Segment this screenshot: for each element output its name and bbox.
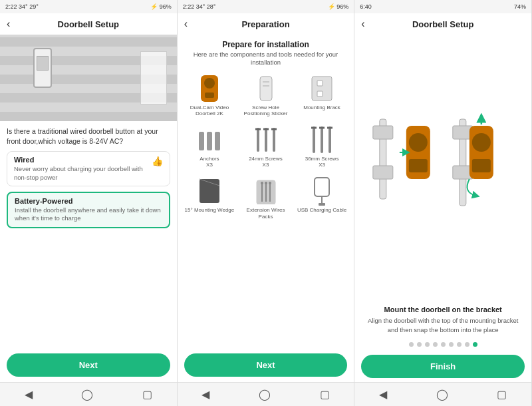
dot-9-active	[473, 342, 477, 347]
panel-preparation: 2:22 34° 28° ⚡ 96% ‹ Preparation Prepare…	[178, 0, 355, 406]
recents-nav-icon-1[interactable]: ▢	[142, 388, 152, 401]
item-ext-wires: Extension WiresPacks	[239, 174, 293, 222]
bracket-illustration	[0, 35, 177, 121]
doorbell-image	[0, 35, 177, 121]
item-wedge-label: 15° Mounting Wedge	[185, 207, 235, 214]
back-nav-icon-3[interactable]: ◀	[379, 388, 387, 401]
pagination-dots	[354, 338, 531, 351]
wedge-icon-box	[195, 176, 224, 206]
bottom-nav-1: ◀ ◯ ▢	[0, 382, 177, 406]
ext-wires-icon-box	[251, 176, 281, 206]
status-icons-3: 74%	[514, 3, 526, 10]
svg-rect-9	[199, 132, 204, 150]
white-panel-illustration	[140, 51, 167, 104]
item-sticker-label: Screw HolePositioning Sticker	[244, 104, 288, 117]
svg-rect-2	[205, 93, 214, 98]
dot-3	[425, 342, 430, 347]
next-button-1[interactable]: Next	[7, 353, 170, 377]
screws-36-icon	[309, 125, 335, 154]
svg-point-30	[261, 182, 263, 184]
home-nav-icon-3[interactable]: ◯	[436, 388, 448, 401]
page-title-2: Preparation	[241, 19, 289, 29]
dot-5	[441, 342, 446, 347]
bottom-nav-3: ◀ ◯ ▢	[354, 382, 531, 406]
question-text: Is there a traditional wired doorbell bu…	[0, 121, 177, 148]
svg-rect-3	[260, 77, 272, 101]
item-bracket: Mounting Brack	[295, 71, 349, 120]
recents-nav-icon-2[interactable]: ▢	[320, 388, 330, 401]
page-title-1: Doorbell Setup	[58, 19, 119, 29]
svg-rect-41	[409, 159, 428, 172]
finish-button[interactable]: Finish	[361, 355, 525, 378]
item-anchors-label: AnchorsX3	[200, 156, 219, 168]
wired-option-desc: Never worry about charging your doorbell…	[14, 165, 149, 182]
anchors-icon	[196, 126, 223, 153]
back-nav-icon-2[interactable]: ◀	[201, 388, 209, 401]
status-time-1: 2:22 34° 29°	[5, 3, 39, 10]
item-doorbell-label: Dual-Cam VideoDoorbell 2K	[190, 104, 229, 117]
home-nav-icon-2[interactable]: ◯	[259, 388, 271, 401]
svg-rect-7	[317, 81, 323, 86]
svg-point-32	[269, 182, 271, 184]
bracket-icon-box	[307, 74, 336, 103]
page-title-3: Doorbell Setup	[412, 19, 473, 29]
battery-option-text: Battery-Powered Install the doorbell any…	[15, 197, 162, 223]
back-button-1[interactable]: ‹	[7, 18, 10, 30]
svg-rect-11	[215, 132, 220, 150]
recents-nav-icon-3[interactable]: ▢	[497, 388, 507, 401]
back-button-3[interactable]: ‹	[361, 18, 364, 30]
nav-bar-2: ‹ Preparation	[178, 13, 354, 35]
svg-rect-38	[373, 166, 393, 179]
ext-wires-icon	[254, 178, 278, 204]
doorbell-icon	[200, 74, 219, 103]
item-bracket-label: Mounting Brack	[303, 104, 340, 111]
svg-point-40	[409, 133, 428, 152]
step-desc: Align the doorbell with the top of the m…	[354, 316, 531, 338]
step-title: Mount the doorbell on the bracket	[354, 303, 531, 316]
screws-24-icon	[253, 126, 279, 153]
item-screws-36: 36mm ScrewsX3	[295, 122, 349, 171]
bottom-nav-2: ◀ ◯ ▢	[178, 382, 354, 406]
svg-rect-6	[312, 77, 332, 101]
usb-icon	[312, 176, 332, 206]
item-anchors: AnchorsX3	[183, 122, 237, 171]
item-usb: USB Charging Cable	[295, 174, 349, 222]
next-button-2[interactable]: Next	[184, 353, 348, 377]
dot-4	[433, 342, 438, 347]
usb-icon-box	[307, 176, 336, 206]
mount-diagram-container	[354, 35, 531, 303]
back-nav-icon-1[interactable]: ◀	[25, 388, 33, 401]
svg-rect-47	[472, 159, 491, 172]
svg-point-46	[472, 133, 491, 152]
thumbs-up-icon: 👍	[152, 156, 163, 166]
panel-mount-step: 6:40 74% ‹ Doorbell Setup	[354, 0, 532, 406]
item-screws-24-label: 24mm ScrewsX3	[249, 156, 283, 168]
status-bar-3: 6:40 74%	[354, 0, 531, 13]
item-doorbell: Dual-Cam VideoDoorbell 2K	[183, 71, 237, 120]
nav-bar-1: ‹ Doorbell Setup	[0, 13, 177, 35]
dot-8	[465, 342, 469, 347]
nav-bar-3: ‹ Doorbell Setup	[354, 13, 531, 35]
dot-6	[449, 342, 454, 347]
svg-rect-33	[315, 178, 329, 196]
svg-rect-10	[207, 132, 212, 150]
home-nav-icon-1[interactable]: ◯	[81, 388, 93, 401]
item-usb-label: USB Charging Cable	[297, 207, 346, 214]
screws-24-icon-box	[251, 125, 281, 154]
svg-rect-35	[319, 203, 325, 206]
status-bar-2: 2:22 34° 28° ⚡ 96%	[178, 0, 354, 13]
dot-7	[457, 342, 462, 347]
wired-option[interactable]: Wired Never worry about charging your do…	[7, 151, 170, 186]
back-button-2[interactable]: ‹	[184, 18, 188, 30]
dot-1	[409, 342, 414, 347]
panel1-content: Is there a traditional wired doorbell bu…	[0, 121, 177, 382]
battery-option-title: Battery-Powered	[15, 197, 162, 205]
anchors-icon-box	[195, 125, 224, 154]
status-time-3: 6:40	[360, 3, 372, 10]
dot-2	[417, 342, 422, 347]
status-time-2: 2:22 34° 28°	[183, 3, 216, 10]
doorbell-icon-box	[195, 74, 224, 103]
mount-diagram-svg	[361, 106, 525, 232]
battery-option[interactable]: Battery-Powered Install the doorbell any…	[7, 192, 170, 228]
item-wedge: 15° Mounting Wedge	[183, 174, 237, 222]
